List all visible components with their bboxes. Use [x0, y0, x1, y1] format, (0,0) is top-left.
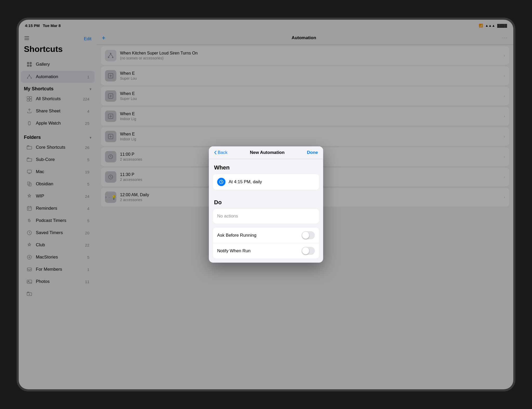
when-card: At 4:15 PM, daily: [213, 174, 319, 190]
new-automation-modal: Back New Automation Done When: [209, 146, 323, 263]
when-item-icon: [217, 178, 225, 186]
modal-header: Back New Automation Done: [209, 146, 323, 159]
toggle-knob-1: [302, 232, 309, 239]
when-item[interactable]: At 4:15 PM, daily: [213, 174, 319, 190]
notify-when-run-label: Notify When Run: [217, 248, 302, 254]
settings-card: Ask Before Running Notify When Run: [213, 228, 319, 258]
modal-title: New Automation: [250, 150, 284, 155]
ask-before-running-toggle[interactable]: [302, 231, 315, 239]
modal-back-button[interactable]: Back: [214, 150, 228, 155]
when-item-text: At 4:15 PM, daily: [229, 179, 262, 185]
do-card: No actions: [213, 209, 319, 223]
ask-before-running-row: Ask Before Running: [213, 228, 319, 243]
modal-done-button[interactable]: Done: [307, 150, 318, 155]
toggle-knob-2: [302, 247, 309, 254]
modal-body: When At 4:15 PM, daily Do: [209, 159, 323, 258]
when-section-title: When: [209, 159, 323, 174]
no-actions-text: No actions: [213, 209, 319, 223]
modal-overlay: Back New Automation Done When: [19, 20, 513, 389]
notify-when-run-toggle[interactable]: [302, 247, 315, 255]
ipad-frame: 4:15 PM Tue Mar 8 📶 ▲▲▲ ▓▓▓▓ Edit: [17, 18, 515, 391]
ask-before-running-label: Ask Before Running: [217, 233, 302, 238]
notify-when-run-row: Notify When Run: [213, 243, 319, 258]
modal-back-label: Back: [218, 150, 228, 155]
do-section-title: Do: [209, 194, 323, 209]
